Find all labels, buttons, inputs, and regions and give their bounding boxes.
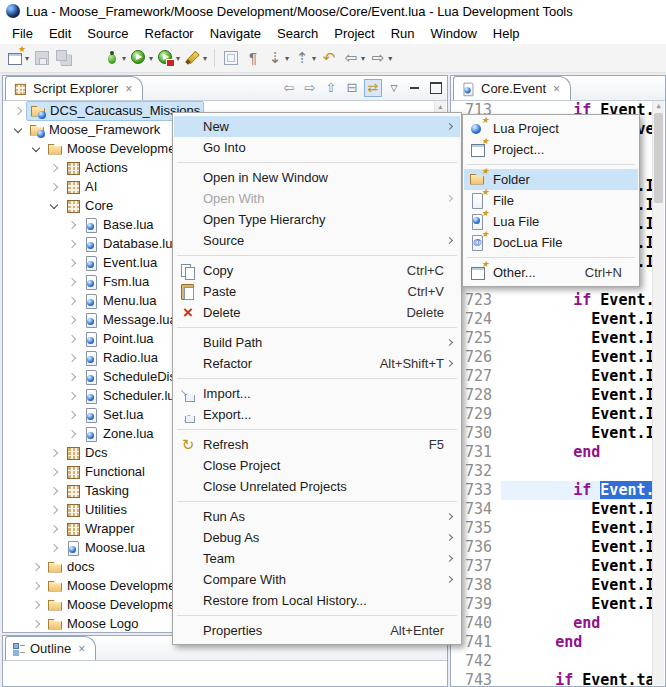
chevron-collapsed-icon[interactable]: [28, 578, 44, 594]
chevron-collapsed-icon[interactable]: [10, 103, 26, 119]
close-icon[interactable]: ×: [125, 82, 132, 96]
paragraph-button[interactable]: ¶: [243, 46, 263, 70]
run-button[interactable]: ▾: [129, 46, 154, 70]
new-wizard-button[interactable]: ▾: [5, 46, 30, 70]
highlighter-button[interactable]: ▾: [183, 46, 208, 70]
tab-script-explorer[interactable]: Script Explorer ×: [5, 76, 143, 100]
chevron-collapsed-icon[interactable]: [46, 464, 62, 480]
menu-item-debug-as[interactable]: Debug As: [174, 527, 460, 548]
link-with-editor-icon[interactable]: ⇄: [364, 79, 382, 97]
menu-item-lua-project[interactable]: ★Lua Project: [464, 118, 638, 139]
menu-item-compare-with[interactable]: Compare With: [174, 569, 460, 590]
dropdown-caret-icon[interactable]: ▾: [149, 54, 153, 63]
back-icon[interactable]: ⇦: [280, 79, 298, 97]
scroll-up-icon[interactable]: ▲: [435, 101, 446, 112]
menu-item-build-path[interactable]: Build Path: [174, 332, 460, 353]
menu-item-copy[interactable]: CopyCtrl+C: [174, 260, 460, 281]
menubar-item-window[interactable]: Window: [423, 24, 485, 43]
maximize-icon[interactable]: [427, 79, 445, 97]
menu-item-close-project[interactable]: Close Project: [174, 455, 460, 476]
chevron-collapsed-icon[interactable]: [46, 179, 62, 195]
menu-item-close-unrelated-projects[interactable]: Close Unrelated Projects: [174, 476, 460, 497]
editor-scrollbar[interactable]: ▲: [652, 101, 664, 685]
chevron-collapsed-icon[interactable]: [46, 502, 62, 518]
menubar-item-help[interactable]: Help: [485, 24, 528, 43]
menu-item-run-as[interactable]: Run As: [174, 506, 460, 527]
chevron-collapsed-icon[interactable]: [46, 445, 62, 461]
up-icon[interactable]: ⇧: [322, 79, 340, 97]
back-button[interactable]: ⇦▾: [341, 46, 366, 70]
block-button[interactable]: [221, 46, 241, 70]
chevron-collapsed-icon[interactable]: [46, 483, 62, 499]
chevron-collapsed-icon[interactable]: [28, 597, 44, 613]
dropdown-caret-icon[interactable]: ▾: [388, 54, 392, 63]
chevron-collapsed-icon[interactable]: [64, 312, 80, 328]
chevron-collapsed-icon[interactable]: [64, 236, 80, 252]
menu-item-refactor[interactable]: RefactorAlt+Shift+T: [174, 353, 460, 374]
menu-item-open-type-hierarchy[interactable]: Open Type Hierarchy: [174, 209, 460, 230]
coverage-button[interactable]: ▾: [156, 46, 181, 70]
chevron-expanded-icon[interactable]: [10, 122, 26, 138]
tab-outline[interactable]: Outline ×: [5, 636, 96, 660]
menu-item-delete[interactable]: ×DeleteDelete: [174, 302, 460, 323]
menu-item-import[interactable]: Import...: [174, 383, 460, 404]
chevron-collapsed-icon[interactable]: [64, 293, 80, 309]
chevron-collapsed-icon[interactable]: [64, 350, 80, 366]
chevron-collapsed-icon[interactable]: [64, 388, 80, 404]
last-edit-location-button[interactable]: ↶: [319, 46, 339, 70]
menu-item-doclua-file[interactable]: ★DocLua File: [464, 232, 638, 253]
chevron-collapsed-icon[interactable]: [46, 160, 62, 176]
dropdown-caret-icon[interactable]: ▾: [285, 54, 289, 63]
collapse-all-icon[interactable]: ⊟: [343, 79, 361, 97]
menu-item-properties[interactable]: PropertiesAlt+Enter: [174, 620, 460, 641]
menubar-item-file[interactable]: File: [4, 24, 41, 43]
menu-item-lua-file[interactable]: ★Lua File: [464, 211, 638, 232]
menu-item-project[interactable]: ★Project...: [464, 139, 638, 160]
chevron-collapsed-icon[interactable]: [64, 426, 80, 442]
menubar-item-search[interactable]: Search: [269, 24, 326, 43]
menu-item-export[interactable]: Export...: [174, 404, 460, 425]
chevron-collapsed-icon[interactable]: [64, 369, 80, 385]
dropdown-caret-icon[interactable]: ▾: [361, 54, 365, 63]
next-annotation-button[interactable]: ⇣▾: [265, 46, 290, 70]
chevron-collapsed-icon[interactable]: [46, 540, 62, 556]
dropdown-caret-icon[interactable]: ▾: [25, 54, 29, 63]
menu-item-file[interactable]: ★File: [464, 190, 638, 211]
dropdown-caret-icon[interactable]: ▾: [176, 54, 180, 63]
chevron-collapsed-icon[interactable]: [28, 559, 44, 575]
dropdown-caret-icon[interactable]: ▾: [203, 54, 207, 63]
chevron-collapsed-icon[interactable]: [64, 407, 80, 423]
chevron-collapsed-icon[interactable]: [64, 331, 80, 347]
menubar-item-navigate[interactable]: Navigate: [202, 24, 269, 43]
chevron-collapsed-icon[interactable]: [64, 255, 80, 271]
menu-item-folder[interactable]: ★Folder: [464, 169, 638, 190]
prev-annotation-button[interactable]: ⇡▾: [292, 46, 317, 70]
menu-item-other[interactable]: ★Other...Ctrl+N: [464, 262, 638, 283]
minimize-icon[interactable]: [406, 79, 424, 97]
chevron-collapsed-icon[interactable]: [64, 274, 80, 290]
dropdown-caret-icon[interactable]: ▾: [122, 54, 126, 63]
menu-item-go-into[interactable]: Go Into: [174, 137, 460, 158]
menu-item-restore-from-local-history[interactable]: Restore from Local History...: [174, 590, 460, 611]
scroll-up-icon[interactable]: ▲: [653, 101, 664, 112]
chevron-collapsed-icon[interactable]: [46, 521, 62, 537]
menu-item-team[interactable]: Team: [174, 548, 460, 569]
menubar-item-run[interactable]: Run: [383, 24, 423, 43]
menubar-item-project[interactable]: Project: [326, 24, 382, 43]
close-icon[interactable]: ×: [553, 82, 560, 96]
menu-item-paste[interactable]: PasteCtrl+V: [174, 281, 460, 302]
dropdown-caret-icon[interactable]: ▾: [312, 54, 316, 63]
chevron-collapsed-icon[interactable]: [28, 616, 44, 632]
view-menu-icon[interactable]: ▽: [385, 79, 403, 97]
menubar-item-edit[interactable]: Edit: [41, 24, 79, 43]
tab-core-event[interactable]: Core.Event ×: [453, 76, 571, 100]
chevron-expanded-icon[interactable]: [28, 141, 44, 157]
forward-button[interactable]: ⇨▾: [368, 46, 393, 70]
menubar-item-source[interactable]: Source: [79, 24, 136, 43]
close-icon[interactable]: ×: [78, 642, 85, 656]
debug-button[interactable]: ▾: [102, 46, 127, 70]
chevron-expanded-icon[interactable]: [46, 198, 62, 214]
menu-item-new[interactable]: New: [174, 116, 460, 137]
chevron-collapsed-icon[interactable]: [64, 217, 80, 233]
menu-item-open-in-new-window[interactable]: Open in New Window: [174, 167, 460, 188]
